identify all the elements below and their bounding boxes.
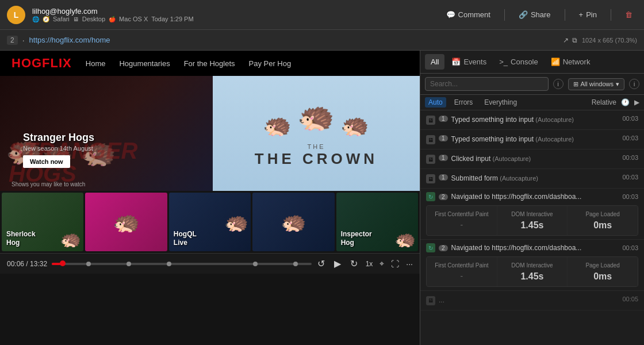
event-text-1: Typed something into input (Autocapture): [451, 115, 619, 125]
watch-now-button[interactable]: Watch now: [23, 155, 70, 168]
crown-the: THE: [255, 143, 378, 150]
crown-hogs: 🦔 🦔 🦔: [255, 99, 378, 139]
search-input[interactable]: [425, 77, 549, 91]
event-badge-1: 1: [439, 116, 448, 122]
windows-info-button[interactable]: i: [629, 79, 639, 89]
windows-label: All windows: [581, 80, 614, 87]
inspector-hog-icon: 🦔: [394, 229, 416, 249]
delete-button[interactable]: 🗑: [620, 8, 637, 21]
speed-button[interactable]: 1x: [366, 260, 373, 268]
hogflix-nav: HOGFLIX Home Hogumentaries For the Hogle…: [0, 51, 420, 76]
shows-row: SherlockHog 🦔 🦔 HogQLLive 🦔 🦔 InspectorH…: [0, 191, 420, 253]
play-button[interactable]: ▶: [333, 257, 342, 270]
fcp-cell-2: First Contentful Paint -: [427, 257, 497, 286]
fast-forward-button[interactable]: ↻: [349, 257, 359, 270]
filter-everything-button[interactable]: Everything: [481, 97, 520, 108]
nav-event-1[interactable]: ↻ 2 Navigated to https://hogflix.com/das…: [420, 189, 644, 240]
event-tag-1: (Autocapture): [535, 116, 574, 123]
copy-icon[interactable]: ⧉: [572, 36, 577, 44]
search-info-button[interactable]: i: [553, 79, 564, 89]
show-card-sherlock[interactable]: SherlockHog 🦔: [2, 193, 83, 251]
globe-icon: 🌐: [32, 16, 39, 22]
tab-events-label: Events: [463, 57, 486, 66]
filter-errors-button[interactable]: Errors: [451, 97, 477, 108]
share-button[interactable]: 🔗 Share: [514, 8, 555, 21]
event-tag-2: (Autocapture): [535, 136, 574, 143]
url-icons: ↗ ⧉: [563, 36, 577, 44]
fullscreen-button[interactable]: ⛶: [391, 259, 399, 269]
event-item-2[interactable]: 🖥 1 Typed something into input (Autocapt…: [420, 130, 644, 150]
devtools-toolbar: i ⊞ All windows ▾ i: [420, 74, 644, 95]
show-card-4[interactable]: 🦔: [252, 193, 334, 251]
hero-title-block: Stranger Hogs New season 14th August Wat…: [23, 132, 213, 168]
pin-button[interactable]: + Pin: [574, 8, 601, 21]
pointer-mode-button[interactable]: ⌖: [379, 259, 384, 269]
event-time-last: 00:05: [622, 296, 638, 302]
dom-cell-1: DOM Interactive 1.45s: [497, 206, 568, 235]
event-item-1[interactable]: 🖥 1 Typed something into input (Autocapt…: [420, 110, 644, 130]
show4-hog-icon: 🦔: [281, 210, 306, 234]
event-item-last[interactable]: 🖥 ... 00:05: [420, 291, 644, 310]
dom-cell-2: DOM Interactive 1.45s: [497, 257, 568, 286]
more-button[interactable]: ···: [406, 259, 413, 269]
desktop-icon-3: 🖥: [426, 155, 435, 164]
play-all-button[interactable]: ▶: [634, 98, 639, 106]
marker-3: [167, 262, 171, 266]
main-content: HOGFLIX Home Hogumentaries For the Hogle…: [0, 51, 644, 345]
top-bar: L lilhog@hoglyfe.com 🌐 🧭 Safari 🖥 Deskto…: [0, 0, 644, 30]
separator-2: [565, 9, 565, 21]
browser-viewport: HOGFLIX Home Hogumentaries For the Hogle…: [0, 51, 420, 345]
loaded-value-1: 0ms: [572, 220, 633, 231]
comment-button[interactable]: 💬 Comment: [442, 8, 495, 21]
tab-console-label: Console: [511, 57, 538, 66]
hero-right: 🦔 🦔 🦔 THE THE CROWN: [213, 76, 420, 191]
filter-auto-button[interactable]: Auto: [425, 97, 446, 108]
show-card-hogql[interactable]: HogQLLive 🦔: [169, 193, 251, 251]
device-label: Desktop: [82, 16, 105, 22]
tab-all-label: All: [431, 57, 439, 66]
nav-text-1: Navigated to https://hogflix.com/dashboa…: [451, 192, 619, 202]
show-card-pink[interactable]: 🦔: [85, 193, 167, 251]
playback-bar: 00:06 / 13:32 ↺ ▶ ↻ 1x ⌖ ⛶: [0, 253, 420, 274]
tab-events[interactable]: 📅 Events: [446, 54, 492, 70]
crown-hog-left: 🦔: [263, 112, 292, 139]
marker-2: [126, 262, 131, 266]
tab-network[interactable]: 📶 Network: [545, 54, 596, 70]
event-item-4[interactable]: 🖥 1 Submitted form (Autocapture) 00:03: [420, 169, 644, 189]
event-text-last: ...: [439, 296, 619, 305]
hero-section: 🦔 🦔 🦔 STRANGERHOGS Stranger Hogs New sea…: [0, 76, 420, 191]
clock-icon[interactable]: 🕐: [621, 98, 630, 106]
rewind-button[interactable]: ↺: [316, 257, 326, 270]
dom-value-2: 1.45s: [502, 271, 563, 282]
tab-console[interactable]: >_ Console: [493, 54, 544, 70]
tab-all[interactable]: All: [425, 54, 444, 70]
nav-hoglets[interactable]: For the Hoglets: [184, 59, 235, 68]
fcp-cell-1: First Contentful Paint -: [427, 206, 497, 235]
windows-selector[interactable]: ⊞ All windows ▾: [568, 78, 624, 90]
show-label-sherlock: SherlockHog: [6, 230, 36, 248]
crown-title: THE CROWN: [255, 150, 378, 168]
desktop-icon: 🖥: [73, 16, 79, 22]
event-badge-2: 1: [439, 135, 448, 141]
desktop-icon-1: 🖥: [426, 116, 435, 125]
hogflix-app: HOGFLIX Home Hogumentaries For the Hogle…: [0, 51, 420, 345]
loaded-label-1: Page Loaded: [572, 210, 633, 218]
nav-event-2[interactable]: ↻ 2 Navigated to https://hogflix.com/das…: [420, 240, 644, 291]
nav-text-2: Navigated to https://hogflix.com/dashboa…: [451, 243, 619, 253]
show-card-inspector[interactable]: InspectorHog 🦔: [336, 193, 418, 251]
hero-left: 🦔 🦔 🦔 STRANGERHOGS Stranger Hogs New sea…: [0, 76, 213, 191]
nav-time-2: 00:03: [622, 244, 638, 251]
timeline[interactable]: [52, 263, 312, 265]
hero-subtitle: New season 14th August: [23, 145, 213, 152]
nav-hogumentaries[interactable]: Hogumentaries: [119, 59, 170, 68]
sherlock-hog-icon: 🦔: [60, 229, 81, 249]
open-icon[interactable]: ↗: [563, 36, 569, 44]
relative-button[interactable]: Relative: [592, 98, 616, 106]
events-list: 🖥 1 Typed something into input (Autocapt…: [420, 110, 644, 345]
metrics-grid-1: First Contentful Paint - DOM Interactive…: [426, 205, 638, 236]
user-email: lilhog@hoglyfe.com: [32, 7, 194, 16]
event-item-3[interactable]: 🖥 1 Clicked input (Autocapture) 00:03: [420, 150, 644, 169]
shows-label: Shows you may like to watch: [12, 178, 85, 189]
nav-payperhog[interactable]: Pay Per Hog: [249, 59, 292, 68]
nav-home[interactable]: Home: [86, 59, 106, 68]
